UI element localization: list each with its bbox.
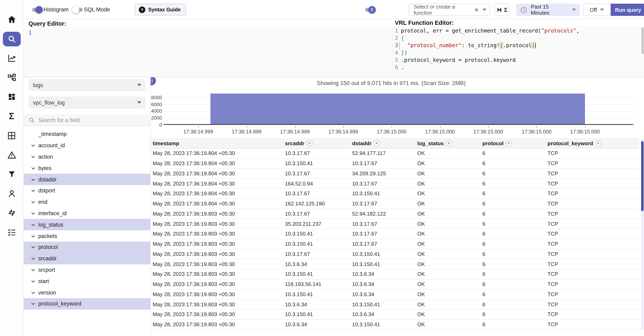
chevron-down-icon[interactable] [30, 245, 36, 250]
query-editor[interactable] [24, 27, 392, 77]
table-row[interactable]: May 28, 2023 17:36:19.803 +05:30 10.3.17… [150, 249, 639, 259]
field-item[interactable]: packets [24, 230, 150, 242]
vrl-code-line[interactable]: 4}) [395, 49, 644, 56]
chevron-down-icon [572, 8, 576, 11]
table-row[interactable]: May 28, 2023 17:36:19.803 +05:30 10.3.17… [150, 209, 639, 219]
column-header[interactable]: protocol_keyword [546, 140, 639, 146]
cell-protocol-keyword: TCP [546, 241, 639, 247]
field-item[interactable]: srcport [24, 264, 150, 276]
table-row[interactable]: May 28, 2023 17:36:19.803 +05:30 10.3.6.… [150, 300, 639, 310]
field-item[interactable]: start [24, 276, 150, 287]
table-row[interactable]: May 28, 2023 17:36:19.804 +05:30 10.3.17… [150, 169, 639, 179]
field-item[interactable]: dstaddr [24, 174, 150, 185]
remove-column-icon[interactable] [374, 140, 380, 146]
vrl-editor-scrollbar[interactable] [642, 27, 644, 54]
nav-search-icon[interactable] [3, 31, 20, 46]
table-row[interactable]: May 28, 2023 17:36:19.803 +05:30 10.3.6.… [150, 320, 639, 330]
histogram-bar[interactable] [210, 94, 585, 124]
table-row[interactable]: May 28, 2023 17:36:19.804 +05:30 164.52.… [150, 179, 639, 189]
field-item[interactable]: log_status [24, 219, 150, 230]
table-row[interactable]: May 28, 2023 17:36:19.803 +05:30 10.3.15… [150, 310, 639, 320]
chevron-down-icon[interactable] [30, 188, 36, 193]
sql-mode-toggle[interactable] [72, 6, 83, 13]
chevron-down-icon[interactable] [30, 222, 36, 227]
nav-pipelines-icon[interactable] [3, 70, 20, 85]
field-item[interactable]: bytes [24, 163, 150, 174]
field-item[interactable]: interface_id [24, 208, 150, 219]
remove-column-icon[interactable] [446, 140, 452, 146]
table-row[interactable]: May 28, 2023 17:36:19.804 +05:30 10.3.17… [150, 189, 639, 199]
column-header[interactable]: dstaddr [350, 140, 415, 146]
chevron-down-icon[interactable] [30, 290, 36, 295]
field-item[interactable]: version [24, 287, 150, 298]
chevron-down-icon[interactable] [30, 154, 36, 159]
clear-function-icon[interactable] [474, 7, 479, 13]
chevron-down-icon[interactable] [30, 233, 36, 239]
chevron-down-icon[interactable] [30, 177, 36, 182]
stream-type-select[interactable]: logs [28, 79, 146, 91]
nav-alerts-icon[interactable] [3, 147, 20, 162]
stream-name-select[interactable]: vpc_flow_log [28, 96, 146, 109]
nav-metrics-icon[interactable] [3, 51, 20, 65]
field-item[interactable]: account_id [24, 140, 150, 151]
table-row[interactable]: May 28, 2023 17:36:19.804 +05:30 10.3.17… [150, 148, 639, 159]
field-item[interactable]: protocol_keyword [24, 298, 150, 310]
table-row[interactable]: May 28, 2023 17:36:19.803 +05:30 10.3.15… [150, 229, 639, 239]
field-item[interactable]: dstport [24, 185, 150, 196]
chevron-down-icon[interactable] [30, 279, 36, 284]
histogram-toggle[interactable] [32, 6, 42, 13]
syntax-guide-button[interactable]: Syntax Guide [135, 4, 186, 15]
column-header[interactable]: log_status [415, 140, 480, 146]
chevron-down-icon[interactable] [30, 211, 36, 216]
vrl-code-line[interactable]: 1protocol, err = get_enrichment_table_re… [395, 27, 644, 34]
column-header[interactable]: protocol [480, 140, 546, 146]
nav-users-icon[interactable] [3, 186, 20, 201]
column-header[interactable]: timestamp [150, 140, 283, 146]
field-search-input[interactable] [38, 117, 136, 123]
table-row[interactable]: May 28, 2023 17:36:19.803 +05:30 118.193… [150, 280, 639, 290]
function-select[interactable]: Select or create a function [409, 4, 490, 16]
remove-column-icon[interactable] [506, 140, 512, 146]
remove-column-icon[interactable] [595, 140, 601, 146]
table-row[interactable]: May 28, 2023 17:36:19.804 +05:30 10.3.15… [150, 159, 639, 169]
chevron-down-icon[interactable] [30, 199, 36, 205]
grip-dots-icon [150, 78, 153, 83]
table-row[interactable]: May 28, 2023 17:36:19.803 +05:30 10.3.15… [150, 290, 639, 300]
table-row[interactable]: May 28, 2023 17:36:19.803 +05:30 10.3.15… [150, 239, 639, 249]
vrl-code-line[interactable]: 3 "protocol_number": to_string!(.protoco… [395, 42, 644, 49]
run-query-button[interactable]: Run query [610, 4, 644, 16]
live-mode-select[interactable]: Off [583, 4, 610, 16]
table-row[interactable]: May 28, 2023 17:36:19.804 +05:30 162.142… [150, 199, 639, 209]
table-row[interactable]: May 28, 2023 17:36:19.803 +05:30 35.203.… [150, 219, 639, 229]
results-scrollbar-thumb[interactable] [641, 141, 644, 211]
chevron-down-icon[interactable] [30, 143, 36, 148]
vrl-code-line[interactable]: 5.protocol_keyword = protocol.keyword [395, 56, 644, 64]
nav-dashboards-icon[interactable] [3, 89, 20, 104]
save-function-button[interactable] [494, 4, 510, 16]
chevron-down-icon[interactable] [30, 256, 36, 261]
nav-home-icon[interactable] [3, 12, 20, 27]
function-toggle[interactable] [365, 6, 375, 13]
vrl-code-line[interactable]: 6. [395, 64, 644, 71]
field-item[interactable]: _timestamp [24, 129, 150, 140]
remove-column-icon[interactable] [306, 140, 312, 146]
vrl-code-line[interactable]: 2{ [395, 34, 644, 42]
table-row[interactable]: May 28, 2023 17:36:19.803 +05:30 10.3.6.… [150, 259, 639, 270]
nav-slack-icon[interactable] [3, 205, 20, 220]
table-row[interactable]: May 28, 2023 17:36:19.803 +05:30 10.3.15… [150, 269, 639, 280]
chevron-down-icon[interactable] [30, 301, 36, 307]
nav-streams-icon[interactable] [3, 128, 20, 143]
chevron-down-icon[interactable] [30, 267, 36, 273]
field-item[interactable]: srcaddr [24, 253, 150, 264]
field-item[interactable]: protocol [24, 242, 150, 253]
cell-protocol-keyword: TCP [546, 211, 639, 217]
nav-functions-icon[interactable] [3, 109, 20, 123]
vrl-editor[interactable]: 1protocol, err = get_enrichment_table_re… [393, 26, 644, 77]
field-item[interactable]: end [24, 196, 150, 208]
nav-tasks-icon[interactable] [3, 225, 20, 239]
nav-filters-icon[interactable] [3, 167, 20, 181]
chevron-down-icon[interactable] [30, 166, 36, 171]
time-range-button[interactable]: Past 15 Minutes [516, 4, 580, 16]
column-header[interactable]: srcaddr [283, 140, 350, 146]
field-item[interactable]: action [24, 151, 150, 163]
